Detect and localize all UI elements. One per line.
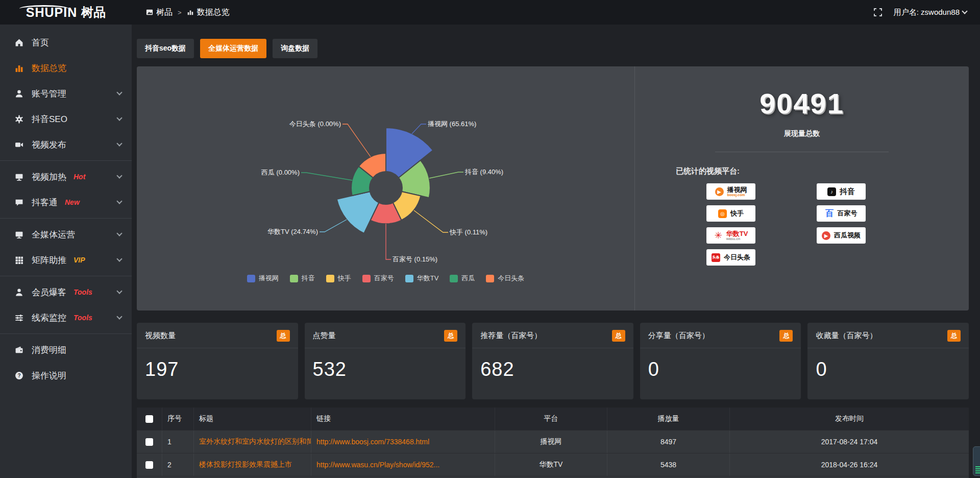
chevron-down-icon — [116, 198, 122, 204]
cell-url-link[interactable]: http://www.wasu.cn/Play/show/id/952... — [311, 453, 495, 476]
floating-widget[interactable] — [973, 446, 980, 476]
legend-item[interactable]: 华数TV — [405, 274, 439, 283]
sidebar-item-help[interactable]: ? 操作说明 — [0, 363, 132, 388]
sidebar-item-matrix-boost[interactable]: 矩阵助推 VIP — [0, 247, 132, 273]
sidebar-item-label: 抖客通 — [32, 197, 58, 208]
sidebar-item-label: 数据总览 — [32, 62, 66, 74]
cell-platform: 播视网 — [495, 431, 607, 453]
sidebar-divider — [0, 218, 132, 219]
card-title: 推荐量（百家号） — [480, 331, 542, 341]
pie-label-boshiwang: 播视网 (65.61%) — [428, 119, 476, 129]
sidebar-divider — [0, 276, 132, 276]
sidebar-item-label: 会员爆客 — [32, 286, 66, 298]
chevron-down-icon — [116, 115, 122, 121]
legend-label: 今日头条 — [498, 274, 524, 283]
legend-item[interactable]: 抖音 — [290, 274, 315, 283]
legend-label: 抖音 — [302, 274, 315, 283]
sidebar-item-home[interactable]: 首页 — [0, 30, 132, 55]
sidebar-item-account[interactable]: 账号管理 — [0, 81, 132, 106]
legend-item[interactable]: 百家号 — [362, 274, 394, 283]
sidebar-item-member-burst[interactable]: 会员爆客 Tools — [0, 279, 132, 305]
bar-chart-icon — [14, 63, 23, 73]
logo-text-cn: 树品 — [81, 4, 106, 20]
sidebar-item-label: 操作说明 — [32, 370, 66, 381]
hot-badge: Hot — [74, 173, 85, 181]
monitor-icon — [14, 230, 23, 239]
stat-card-shares: 分享量（百家号）总 0 — [640, 323, 801, 399]
stat-card-likes: 点赞量总 532 — [305, 323, 466, 399]
chart-panel: 播视网 (65.61%) 抖音 (9.40%) 快手 (0.11%) 百家号 (… — [137, 66, 969, 310]
sidebar-item-label: 抖音SEO — [32, 113, 67, 125]
card-value: 532 — [305, 348, 466, 391]
sidebar-item-data-overview[interactable]: 数据总览 — [0, 55, 132, 81]
row-checkbox[interactable] — [145, 438, 153, 446]
stat-card-recommend: 推荐量（百家号）总 682 — [472, 323, 633, 399]
platform-badges: ▶ 播视网 boosj.com ◎ 快手 ✳ 华数TV wasu.cn 头条 — [635, 183, 969, 266]
platform-name: 华数TV — [726, 230, 748, 237]
toutiao-icon: 头条 — [712, 253, 720, 262]
row-checkbox[interactable] — [145, 461, 153, 469]
sidebar-item-omnimedia[interactable]: 全媒体运营 — [0, 222, 132, 247]
legend-item[interactable]: 西瓜 — [450, 274, 475, 283]
new-badge: New — [65, 198, 80, 206]
sidebar-item-doketong[interactable]: 抖客通 New — [0, 189, 132, 215]
cell-url-link[interactable]: http://www.boosj.com/7338468.html — [311, 431, 495, 453]
logo-arc — [19, 5, 68, 12]
chevron-down-icon — [116, 288, 122, 294]
pie-label-kuaishou: 快手 (0.11%) — [450, 228, 487, 237]
sidebar-item-label: 账号管理 — [32, 88, 66, 100]
platform-badge-baijiahao: 百 百家号 — [817, 205, 866, 222]
card-value: 197 — [137, 348, 298, 391]
sidebar-item-consumption[interactable]: 消费明细 — [0, 337, 132, 363]
legend-item[interactable]: 今日头条 — [486, 274, 524, 283]
platforms-heading: 已统计的视频平台: — [635, 166, 969, 176]
chat-bubble-icon — [14, 198, 23, 207]
sidebar-item-label: 矩阵助推 — [32, 254, 66, 266]
videos-table: 序号 标题 链接 平台 播放量 发布时间 1 室外水纹灯和室内水纹灯的区别和简介… — [137, 408, 969, 478]
tab-inquiry-data[interactable]: 询盘数据 — [273, 39, 317, 58]
breadcrumb-item-home[interactable]: 树品 — [146, 7, 173, 18]
rose-pie-chart[interactable]: 播视网 (65.61%) 抖音 (9.40%) 快手 (0.11%) 百家号 (… — [137, 66, 634, 310]
total-impressions-value: 90491 — [635, 87, 969, 120]
platform-badge-huashu: ✳ 华数TV wasu.cn — [706, 227, 755, 244]
sidebar-divider — [0, 160, 132, 161]
cell-title-link[interactable]: 楼体投影灯投影效果震撼上市 — [194, 453, 311, 476]
total-badge: 总 — [444, 330, 457, 342]
fullscreen-icon[interactable] — [873, 8, 883, 17]
monitor-icon — [14, 172, 23, 181]
cell-plays: 8497 — [607, 431, 730, 453]
douyin-note-icon: ♪ — [827, 187, 836, 196]
chevron-down-icon — [116, 256, 122, 261]
total-impressions-label: 展现量总数 — [635, 129, 969, 138]
breadcrumb-item-current[interactable]: 数据总览 — [187, 7, 230, 18]
cell-title-link[interactable]: 室外水纹灯和室内水纹灯的区别和简介 — [194, 431, 311, 453]
summary-divider — [715, 152, 889, 152]
card-value: 0 — [640, 348, 801, 391]
sidebar-item-douyin-seo[interactable]: 抖音SEO — [0, 106, 132, 132]
column-header-plays: 播放量 — [607, 408, 730, 430]
sidebar-item-video-publish[interactable]: 视频发布 — [0, 132, 132, 157]
breadcrumb-label: 数据总览 — [197, 7, 230, 18]
tab-omnimedia-data[interactable]: 全媒体运营数据 — [200, 39, 266, 58]
legend-item[interactable]: 播视网 — [247, 274, 279, 283]
select-all-checkbox[interactable] — [145, 415, 153, 423]
user-menu[interactable]: 用户名: zswodun88 — [894, 8, 967, 17]
platform-badge-boshiwang: ▶ 播视网 boosj.com — [706, 183, 755, 200]
pie-label-xigua: 西瓜 (0.00%) — [236, 168, 300, 177]
sidebar-item-label: 视频加热 — [32, 171, 66, 183]
cell-plays: 5438 — [607, 453, 730, 476]
sidebar-item-video-heat[interactable]: 视频加热 Hot — [0, 164, 132, 189]
legend-label: 百家号 — [374, 274, 394, 283]
total-badge: 总 — [277, 330, 290, 342]
table-row: 2 楼体投影灯投影效果震撼上市 http://www.wasu.cn/Play/… — [137, 453, 969, 476]
chevron-down-icon — [116, 173, 122, 178]
tab-douyin-seo-data[interactable]: 抖音seo数据 — [137, 39, 194, 58]
platform-subtext: wasu.cn — [726, 237, 748, 241]
pie-label-huashu: 华数TV (24.74%) — [254, 227, 318, 236]
pie-center-hole — [369, 171, 403, 205]
table-header-row: 序号 标题 链接 平台 播放量 发布时间 — [137, 408, 969, 430]
legend-item[interactable]: 快手 — [326, 274, 351, 283]
sidebar-item-lead-monitor[interactable]: 线索监控 Tools — [0, 305, 132, 330]
tools-badge: Tools — [74, 288, 92, 296]
username-label: 用户名: zswodun88 — [894, 8, 960, 17]
